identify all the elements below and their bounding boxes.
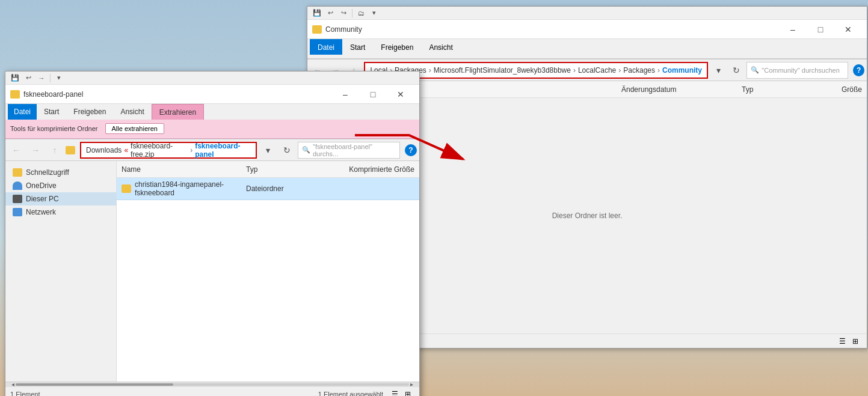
qa-sep-front xyxy=(50,74,51,82)
addr-seg-downloads: Downloads xyxy=(86,146,122,154)
cloud-icon xyxy=(13,181,22,190)
window-controls-back: – □ ✕ xyxy=(779,20,862,39)
window-body-front: Schnellzugriff OneDrive Dieser PC Netzwe… xyxy=(5,161,419,382)
ribbon-back: Datei Start Freigeben Ansicht xyxy=(307,39,867,59)
addr-dropdown-btn-front[interactable]: ▾ xyxy=(259,142,276,159)
forward-btn-front[interactable]: → xyxy=(27,142,44,159)
scrollbar-area-front: ◂ ▸ xyxy=(5,382,419,386)
table-row[interactable]: christian1984-ingamepanel-fskneeboard Da… xyxy=(117,178,419,200)
view-icons-back: ☰ ⊞ xyxy=(836,335,862,348)
search-icon-front: 🔍 xyxy=(302,146,310,154)
ribbon-strip-front: Tools für komprimierte Ordner Alle extra… xyxy=(5,120,419,139)
sidebar-label-netzwerk: Netzwerk xyxy=(26,208,56,216)
close-button-back[interactable]: ✕ xyxy=(834,20,862,39)
view-details-btn-back[interactable]: ☰ xyxy=(836,335,849,348)
window-title-back: Community xyxy=(325,25,779,34)
col-size-header-back[interactable]: Größe xyxy=(814,85,862,94)
qa-save-front[interactable]: 💾 xyxy=(9,73,21,84)
tab-freigeben-back[interactable]: Freigeben xyxy=(373,39,421,55)
qa-toolbar-front: 💾 ↩ → ▾ xyxy=(5,72,419,85)
qa-undo-back[interactable]: ↩ xyxy=(324,8,336,19)
window-controls-front: – □ ✕ xyxy=(331,85,414,104)
col-name-header-front[interactable]: Name xyxy=(122,165,246,174)
sidebar-item-schnellzugriff[interactable]: Schnellzugriff xyxy=(5,166,116,179)
col-type-header-back[interactable]: Typ xyxy=(742,85,814,94)
addr-seg-msfs: Microsoft.FlightSimulator_8wekyb3d8bbwe xyxy=(434,66,571,75)
col-type-header-front[interactable]: Typ xyxy=(246,165,330,174)
file-name: christian1984-ingamepanel-fskneeboard xyxy=(135,180,246,197)
tab-start-front[interactable]: Start xyxy=(37,104,66,120)
col-headers-front: Name Typ Komprimierte Größe xyxy=(117,161,419,178)
file-list-front: Name Typ Komprimierte Größe christian198… xyxy=(117,161,419,382)
search-placeholder-back: "Community" durchsuchen xyxy=(762,67,839,74)
qa-more-back[interactable]: ▾ xyxy=(368,8,380,19)
view-icons-front: ☰ ⊞ xyxy=(388,388,414,397)
window-icon-front xyxy=(10,90,20,99)
search-box-front[interactable]: 🔍 "fskneeboard-panel" durchs... xyxy=(298,142,400,159)
window-icon-back xyxy=(312,25,322,34)
sidebar-item-dieser-pc[interactable]: Dieser PC xyxy=(5,192,116,206)
col-date-header-back[interactable]: Änderungsdatum xyxy=(621,85,742,94)
tab-ansicht-front[interactable]: Ansicht xyxy=(113,104,151,120)
addr-seg-zip: fskneeboard-free.zip xyxy=(131,142,188,159)
sidebar-label-schnellzugriff: Schnellzugriff xyxy=(26,168,69,177)
addr-seg-panel: fskneeboard-panel xyxy=(195,142,251,159)
address-bar-front: ← → ↑ Downloads « fskneeboard-free.zip ›… xyxy=(5,139,419,161)
network-icon xyxy=(13,208,22,216)
star-icon xyxy=(13,168,22,177)
status-count-front: 1 Element xyxy=(10,391,40,397)
tab-extrahieren-front[interactable]: Extrahieren xyxy=(152,104,204,120)
close-button-front[interactable]: ✕ xyxy=(387,85,414,104)
qa-props-back[interactable]: 🗂 xyxy=(355,8,367,19)
view-details-btn-front[interactable]: ☰ xyxy=(388,388,401,397)
qa-undo-front[interactable]: ↩ xyxy=(22,73,34,84)
tab-datei-front[interactable]: Datei xyxy=(8,104,37,120)
extract-all-btn[interactable]: Alle extrahieren xyxy=(105,123,164,134)
scrollbar-track-front[interactable] xyxy=(16,383,409,386)
sidebar-front: Schnellzugriff OneDrive Dieser PC Netzwe… xyxy=(5,161,117,382)
pc-icon xyxy=(13,195,22,203)
folder-icon xyxy=(122,184,131,193)
qa-toolbar-back: 💾 ↩ ↪ 🗂 ▾ xyxy=(307,7,867,20)
tab-datei-back[interactable]: Datei xyxy=(310,39,342,55)
maximize-button-front[interactable]: □ xyxy=(359,85,387,104)
tab-ansicht-back[interactable]: Ansicht xyxy=(421,39,460,55)
sidebar-label-onedrive: OneDrive xyxy=(26,181,57,190)
minimize-button-front[interactable]: – xyxy=(331,85,359,104)
file-type: Dateiordner xyxy=(246,184,330,193)
help-btn-front[interactable]: ? xyxy=(405,144,417,156)
sidebar-label-dieser-pc: Dieser PC xyxy=(26,195,59,203)
addr-dropdown-btn-back[interactable]: ▾ xyxy=(710,62,726,79)
fskneeboard-zip-window: 💾 ↩ → ▾ fskneeboard-panel – □ ✕ Datei St… xyxy=(5,71,420,396)
help-btn-back[interactable]: ? xyxy=(853,64,864,76)
ribbon-tabs-back: Datei Start Freigeben Ansicht xyxy=(307,39,867,55)
refresh-btn-front[interactable]: ↻ xyxy=(279,142,295,159)
addr-seg-community: Community xyxy=(662,66,702,75)
empty-text-back: Dieser Ordner ist leer. xyxy=(552,212,623,220)
qa-save-back[interactable]: 💾 xyxy=(311,8,323,19)
view-tiles-btn-front[interactable]: ⊞ xyxy=(401,388,414,397)
qa-more-front[interactable]: ▾ xyxy=(53,73,65,84)
qa-fwd-front[interactable]: → xyxy=(35,73,48,84)
sidebar-item-onedrive[interactable]: OneDrive xyxy=(5,179,116,192)
scrollbar-thumb-front xyxy=(16,383,173,386)
minimize-button-back[interactable]: – xyxy=(779,20,807,39)
addr-seg-localcache: LocalCache xyxy=(578,66,616,75)
view-tiles-btn-back[interactable]: ⊞ xyxy=(849,335,862,348)
maximize-button-back[interactable]: □ xyxy=(807,20,834,39)
refresh-btn-back[interactable]: ↻ xyxy=(728,62,744,79)
ribbon-strip-back xyxy=(307,55,867,59)
titlebar-front: fskneeboard-panel – □ ✕ xyxy=(5,85,419,104)
up-btn-front[interactable]: ↑ xyxy=(46,142,63,159)
search-box-back[interactable]: 🔍 "Community" durchsuchen xyxy=(746,62,848,79)
col-ksize-header-front[interactable]: Komprimierte Größe xyxy=(330,165,414,174)
search-icon-back: 🔍 xyxy=(751,66,759,74)
address-box-front[interactable]: Downloads « fskneeboard-free.zip › fskne… xyxy=(80,142,257,159)
qa-redo-back[interactable]: ↪ xyxy=(337,8,349,19)
ribbon-front: Datei Start Freigeben Ansicht Extrahiere… xyxy=(5,104,419,139)
sidebar-item-netzwerk[interactable]: Netzwerk xyxy=(5,206,116,219)
tab-start-back[interactable]: Start xyxy=(342,39,373,55)
tab-freigeben-front[interactable]: Freigeben xyxy=(66,104,113,120)
back-btn-front[interactable]: ← xyxy=(8,142,25,159)
titlebar-back: Community – □ ✕ xyxy=(307,20,867,39)
